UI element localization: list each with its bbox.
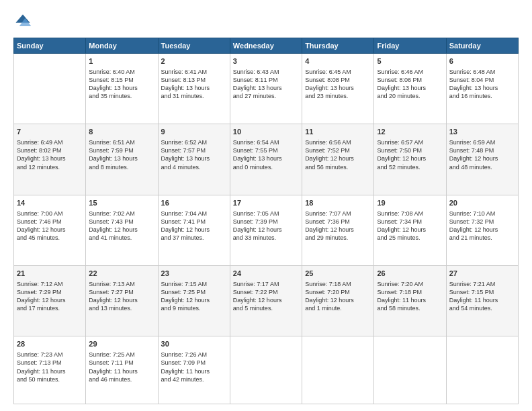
cell-content: Sunrise: 6:54 AM Sunset: 7:55 PM Dayligh… — [233, 138, 299, 171]
day-number: 12 — [377, 127, 443, 137]
day-number: 9 — [161, 127, 227, 137]
day-number: 24 — [233, 269, 299, 279]
day-number: 26 — [377, 269, 443, 279]
day-number: 16 — [161, 198, 227, 208]
cell-content: Sunrise: 6:41 AM Sunset: 8:13 PM Dayligh… — [161, 68, 227, 101]
cell-content: Sunrise: 7:17 AM Sunset: 7:22 PM Dayligh… — [233, 280, 299, 313]
calendar-cell: 25Sunrise: 7:18 AM Sunset: 7:20 PM Dayli… — [302, 266, 374, 336]
day-number: 29 — [89, 339, 154, 349]
calendar-cell: 27Sunrise: 7:21 AM Sunset: 7:15 PM Dayli… — [446, 266, 518, 336]
calendar-cell: 12Sunrise: 6:57 AM Sunset: 7:50 PM Dayli… — [374, 124, 446, 195]
day-number: 30 — [161, 339, 227, 349]
cell-content: Sunrise: 7:18 AM Sunset: 7:20 PM Dayligh… — [305, 280, 371, 313]
day-number: 14 — [17, 198, 83, 208]
day-number: 22 — [89, 269, 154, 279]
cell-content: Sunrise: 7:07 AM Sunset: 7:36 PM Dayligh… — [305, 210, 371, 242]
weekday-header-sunday: Sunday — [14, 38, 86, 54]
header — [13, 12, 519, 31]
cell-content: Sunrise: 6:46 AM Sunset: 8:06 PM Dayligh… — [377, 68, 443, 101]
calendar-cell: 6Sunrise: 6:48 AM Sunset: 8:04 PM Daylig… — [446, 54, 518, 124]
day-number: 19 — [377, 198, 443, 208]
cell-content: Sunrise: 7:02 AM Sunset: 7:43 PM Dayligh… — [89, 210, 154, 242]
calendar-cell — [230, 336, 302, 404]
week-row-4: 21Sunrise: 7:12 AM Sunset: 7:29 PM Dayli… — [14, 266, 519, 336]
calendar-cell: 30Sunrise: 7:26 AM Sunset: 7:09 PM Dayli… — [158, 336, 230, 404]
calendar-cell: 16Sunrise: 7:04 AM Sunset: 7:41 PM Dayli… — [158, 195, 230, 265]
logo — [13, 12, 35, 31]
cell-content: Sunrise: 6:49 AM Sunset: 8:02 PM Dayligh… — [17, 138, 83, 171]
calendar-cell: 24Sunrise: 7:17 AM Sunset: 7:22 PM Dayli… — [230, 266, 302, 336]
week-row-5: 28Sunrise: 7:23 AM Sunset: 7:13 PM Dayli… — [14, 336, 519, 404]
calendar-cell: 18Sunrise: 7:07 AM Sunset: 7:36 PM Dayli… — [302, 195, 374, 265]
day-number: 27 — [449, 269, 515, 279]
weekday-header-row: SundayMondayTuesdayWednesdayThursdayFrid… — [14, 38, 519, 54]
page: SundayMondayTuesdayWednesdayThursdayFrid… — [0, 0, 532, 411]
cell-content: Sunrise: 7:04 AM Sunset: 7:41 PM Dayligh… — [161, 210, 227, 242]
day-number: 20 — [449, 198, 515, 208]
calendar-cell: 15Sunrise: 7:02 AM Sunset: 7:43 PM Dayli… — [86, 195, 158, 265]
cell-content: Sunrise: 6:40 AM Sunset: 8:15 PM Dayligh… — [89, 68, 154, 101]
calendar-cell: 17Sunrise: 7:05 AM Sunset: 7:39 PM Dayli… — [230, 195, 302, 265]
calendar-cell: 21Sunrise: 7:12 AM Sunset: 7:29 PM Dayli… — [14, 266, 86, 336]
cell-content: Sunrise: 7:08 AM Sunset: 7:34 PM Dayligh… — [377, 210, 443, 242]
cell-content: Sunrise: 7:21 AM Sunset: 7:15 PM Dayligh… — [449, 280, 515, 313]
calendar-cell: 29Sunrise: 7:25 AM Sunset: 7:11 PM Dayli… — [86, 336, 158, 404]
week-row-3: 14Sunrise: 7:00 AM Sunset: 7:46 PM Dayli… — [14, 195, 519, 265]
cell-content: Sunrise: 7:13 AM Sunset: 7:27 PM Dayligh… — [89, 280, 154, 313]
weekday-header-tuesday: Tuesday — [158, 38, 230, 54]
weekday-header-wednesday: Wednesday — [230, 38, 302, 54]
day-number: 18 — [305, 198, 371, 208]
day-number: 28 — [17, 339, 83, 349]
cell-content: Sunrise: 7:26 AM Sunset: 7:09 PM Dayligh… — [161, 351, 227, 383]
day-number: 23 — [161, 269, 227, 279]
weekday-header-saturday: Saturday — [446, 38, 518, 54]
calendar-cell: 1Sunrise: 6:40 AM Sunset: 8:15 PM Daylig… — [86, 54, 158, 124]
cell-content: Sunrise: 7:00 AM Sunset: 7:46 PM Dayligh… — [17, 210, 83, 242]
calendar-cell — [302, 336, 374, 404]
calendar-cell — [446, 336, 518, 404]
calendar-cell: 7Sunrise: 6:49 AM Sunset: 8:02 PM Daylig… — [14, 124, 86, 195]
cell-content: Sunrise: 6:51 AM Sunset: 7:59 PM Dayligh… — [89, 138, 154, 171]
calendar-cell — [14, 54, 86, 124]
calendar-cell: 10Sunrise: 6:54 AM Sunset: 7:55 PM Dayli… — [230, 124, 302, 195]
day-number: 13 — [449, 127, 515, 137]
day-number: 15 — [89, 198, 154, 208]
weekday-header-monday: Monday — [86, 38, 158, 54]
calendar-cell: 4Sunrise: 6:45 AM Sunset: 8:08 PM Daylig… — [302, 54, 374, 124]
calendar-cell — [374, 336, 446, 404]
calendar-cell: 26Sunrise: 7:20 AM Sunset: 7:18 PM Dayli… — [374, 266, 446, 336]
day-number: 7 — [17, 127, 83, 137]
day-number: 17 — [233, 198, 299, 208]
day-number: 3 — [233, 56, 299, 66]
calendar-cell: 5Sunrise: 6:46 AM Sunset: 8:06 PM Daylig… — [374, 54, 446, 124]
cell-content: Sunrise: 6:48 AM Sunset: 8:04 PM Dayligh… — [449, 68, 515, 101]
day-number: 5 — [377, 56, 443, 66]
cell-content: Sunrise: 7:05 AM Sunset: 7:39 PM Dayligh… — [233, 210, 299, 242]
calendar-cell: 23Sunrise: 7:15 AM Sunset: 7:25 PM Dayli… — [158, 266, 230, 336]
weekday-header-friday: Friday — [374, 38, 446, 54]
cell-content: Sunrise: 6:45 AM Sunset: 8:08 PM Dayligh… — [305, 68, 371, 101]
day-number: 10 — [233, 127, 299, 137]
day-number: 4 — [305, 56, 371, 66]
calendar-cell: 9Sunrise: 6:52 AM Sunset: 7:57 PM Daylig… — [158, 124, 230, 195]
calendar-cell: 2Sunrise: 6:41 AM Sunset: 8:13 PM Daylig… — [158, 54, 230, 124]
calendar-cell: 8Sunrise: 6:51 AM Sunset: 7:59 PM Daylig… — [86, 124, 158, 195]
calendar-cell: 22Sunrise: 7:13 AM Sunset: 7:27 PM Dayli… — [86, 266, 158, 336]
day-number: 1 — [89, 56, 154, 66]
cell-content: Sunrise: 7:20 AM Sunset: 7:18 PM Dayligh… — [377, 280, 443, 313]
day-number: 11 — [305, 127, 371, 137]
calendar-cell: 20Sunrise: 7:10 AM Sunset: 7:32 PM Dayli… — [446, 195, 518, 265]
cell-content: Sunrise: 6:59 AM Sunset: 7:48 PM Dayligh… — [449, 138, 515, 171]
day-number: 2 — [161, 56, 227, 66]
calendar-cell: 28Sunrise: 7:23 AM Sunset: 7:13 PM Dayli… — [14, 336, 86, 404]
cell-content: Sunrise: 6:57 AM Sunset: 7:50 PM Dayligh… — [377, 138, 443, 171]
cell-content: Sunrise: 6:43 AM Sunset: 8:11 PM Dayligh… — [233, 68, 299, 101]
cell-content: Sunrise: 6:56 AM Sunset: 7:52 PM Dayligh… — [305, 138, 371, 171]
cell-content: Sunrise: 7:23 AM Sunset: 7:13 PM Dayligh… — [17, 351, 83, 383]
weekday-header-thursday: Thursday — [302, 38, 374, 54]
calendar-cell: 14Sunrise: 7:00 AM Sunset: 7:46 PM Dayli… — [14, 195, 86, 265]
cell-content: Sunrise: 7:15 AM Sunset: 7:25 PM Dayligh… — [161, 280, 227, 313]
day-number: 6 — [449, 56, 515, 66]
calendar-cell: 13Sunrise: 6:59 AM Sunset: 7:48 PM Dayli… — [446, 124, 518, 195]
calendar-cell: 3Sunrise: 6:43 AM Sunset: 8:11 PM Daylig… — [230, 54, 302, 124]
